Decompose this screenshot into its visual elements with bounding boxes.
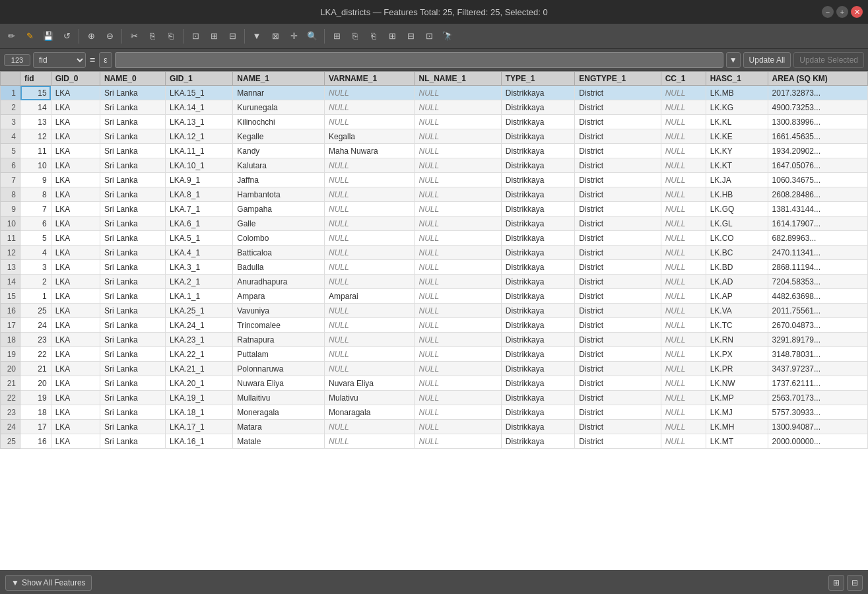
name0-cell[interactable]: Sri Lanka [100, 333, 165, 347]
name0-cell[interactable]: Sri Lanka [100, 231, 165, 246]
table-row[interactable]: 79LKASri LankaLKA.9_1JaffnaNULLNULLDistr… [1, 173, 868, 187]
table-row[interactable]: 511LKASri LankaLKA.11_1KandyMaha NuwaraN… [1, 144, 868, 158]
area-cell[interactable]: 1381.43144... [768, 202, 867, 216]
gid0-cell[interactable]: LKA [51, 275, 100, 289]
nlname1-cell[interactable]: NULL [415, 115, 501, 129]
table-row[interactable]: 412LKASri LankaLKA.12_1KegalleKegallaNUL… [1, 129, 868, 144]
cc1-cell[interactable]: NULL [661, 289, 706, 304]
area-cell[interactable]: 7204.58353... [768, 275, 867, 289]
name0-cell[interactable]: Sri Lanka [100, 86, 165, 100]
name1-cell[interactable]: Kandy [233, 144, 325, 158]
hasc1-cell[interactable]: LK.AD [706, 275, 768, 289]
table-view-button[interactable]: ⊞ [828, 575, 844, 591]
type1-cell[interactable]: Distrikkaya [501, 231, 575, 246]
varname1-cell[interactable]: NULL [324, 420, 415, 434]
area-cell[interactable]: 2868.11194... [768, 260, 867, 275]
type1-cell[interactable]: Distrikkaya [501, 289, 575, 304]
hasc1-cell[interactable]: LK.MJ [706, 405, 768, 420]
engtype1-cell[interactable]: District [575, 115, 661, 129]
name1-cell[interactable]: Nuwara Eliya [233, 376, 325, 391]
extra-button[interactable]: ⊡ [420, 28, 438, 45]
engtype1-cell[interactable]: District [575, 216, 661, 231]
field-calc-button[interactable]: ⊞ [384, 28, 401, 45]
nlname1-cell[interactable]: NULL [415, 420, 501, 434]
varname1-cell[interactable]: NULL [324, 362, 415, 376]
col-header-gid1[interactable]: GID_1 [166, 72, 233, 86]
cc1-cell[interactable]: NULL [661, 246, 706, 260]
gid0-cell[interactable]: LKA [51, 187, 100, 202]
type1-cell[interactable]: Distrikkaya [501, 391, 575, 405]
varname1-cell[interactable]: NULL [324, 318, 415, 333]
engtype1-cell[interactable]: District [575, 158, 661, 173]
hasc1-cell[interactable]: LK.KE [706, 129, 768, 144]
hasc1-cell[interactable]: LK.KG [706, 100, 768, 115]
varname1-cell[interactable]: Mulativu [324, 391, 415, 405]
type1-cell[interactable]: Distrikkaya [501, 86, 575, 100]
fid-cell[interactable]: 15 [20, 86, 51, 100]
save-button[interactable]: 💾 [40, 28, 57, 45]
gid1-cell[interactable]: LKA.17_1 [166, 420, 233, 434]
switch-forms-button[interactable]: ⊟ [224, 28, 241, 45]
remove-from-selection-button[interactable]: ⊖ [101, 28, 118, 45]
name1-cell[interactable]: Kegalle [233, 129, 325, 144]
cc1-cell[interactable]: NULL [661, 187, 706, 202]
fid-cell[interactable]: 23 [20, 333, 51, 347]
field-select[interactable]: fid [33, 52, 86, 68]
engtype1-cell[interactable]: District [575, 405, 661, 420]
type1-cell[interactable]: Distrikkaya [501, 275, 575, 289]
add-to-selection-button[interactable]: ⊕ [83, 28, 100, 45]
area-cell[interactable]: 2011.75561... [768, 304, 867, 318]
fid-cell[interactable]: 10 [20, 158, 51, 173]
nlname1-cell[interactable]: NULL [415, 100, 501, 115]
varname1-cell[interactable]: Nuvara Eliya [324, 376, 415, 391]
gid0-cell[interactable]: LKA [51, 362, 100, 376]
fid-cell[interactable]: 24 [20, 318, 51, 333]
name1-cell[interactable]: Matara [233, 420, 325, 434]
nlname1-cell[interactable]: NULL [415, 405, 501, 420]
name1-cell[interactable]: Moneragala [233, 405, 325, 420]
col-header-fid[interactable]: fid [20, 72, 51, 86]
table-row[interactable]: 2417LKASri LankaLKA.17_1MataraNULLNULLDi… [1, 420, 868, 434]
name1-cell[interactable]: Kilinochchi [233, 115, 325, 129]
copy-button[interactable]: ⎘ [144, 28, 161, 45]
type1-cell[interactable]: Distrikkaya [501, 362, 575, 376]
table-row[interactable]: 610LKASri LankaLKA.10_1KalutaraNULLNULLD… [1, 158, 868, 173]
engtype1-cell[interactable]: District [575, 246, 661, 260]
actions-button[interactable]: ⊞ [328, 28, 345, 45]
hasc1-cell[interactable]: LK.JA [706, 173, 768, 187]
type1-cell[interactable]: Distrikkaya [501, 434, 575, 449]
type1-cell[interactable]: Distrikkaya [501, 420, 575, 434]
nlname1-cell[interactable]: NULL [415, 216, 501, 231]
name0-cell[interactable]: Sri Lanka [100, 420, 165, 434]
name1-cell[interactable]: Colombo [233, 231, 325, 246]
engtype1-cell[interactable]: District [575, 231, 661, 246]
gid0-cell[interactable]: LKA [51, 202, 100, 216]
cc1-cell[interactable]: NULL [661, 304, 706, 318]
name0-cell[interactable]: Sri Lanka [100, 405, 165, 420]
gid0-cell[interactable]: LKA [51, 86, 100, 100]
cc1-cell[interactable]: NULL [661, 333, 706, 347]
edit-pencil-button[interactable]: ✏ [3, 28, 20, 45]
fid-cell[interactable]: 16 [20, 434, 51, 449]
hasc1-cell[interactable]: LK.KL [706, 115, 768, 129]
area-cell[interactable]: 1934.20902... [768, 144, 867, 158]
hasc1-cell[interactable]: LK.PR [706, 362, 768, 376]
form-view-button[interactable]: ⊟ [847, 575, 863, 591]
type1-cell[interactable]: Distrikkaya [501, 347, 575, 362]
varname1-cell[interactable]: NULL [324, 333, 415, 347]
name1-cell[interactable]: Mullaitivu [233, 391, 325, 405]
type1-cell[interactable]: Distrikkaya [501, 144, 575, 158]
toggle-editing-button[interactable]: ✎ [21, 28, 38, 45]
gid0-cell[interactable]: LKA [51, 289, 100, 304]
gid1-cell[interactable]: LKA.23_1 [166, 333, 233, 347]
type1-cell[interactable]: Distrikkaya [501, 318, 575, 333]
type1-cell[interactable]: Distrikkaya [501, 216, 575, 231]
gid1-cell[interactable]: LKA.4_1 [166, 246, 233, 260]
area-cell[interactable]: 1647.05076... [768, 158, 867, 173]
hasc1-cell[interactable]: LK.MT [706, 434, 768, 449]
hasc1-cell[interactable]: LK.NW [706, 376, 768, 391]
table-row[interactable]: 214LKASri LankaLKA.14_1KurunegalaNULLNUL… [1, 100, 868, 115]
area-cell[interactable]: 2017.32873... [768, 86, 867, 100]
fid-cell[interactable]: 19 [20, 391, 51, 405]
pan-map-button[interactable]: ⊞ [205, 28, 222, 45]
